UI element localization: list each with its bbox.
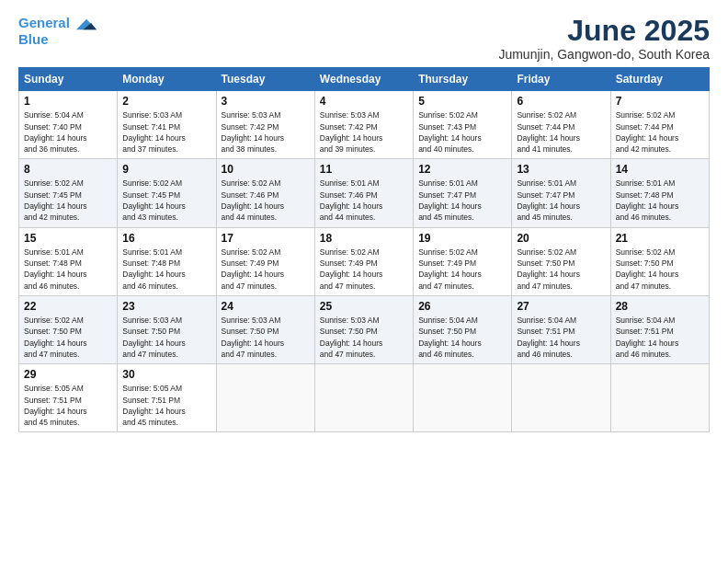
table-row: 7 Sunrise: 5:02 AMSunset: 7:44 PMDayligh… <box>610 91 709 159</box>
logo-icon <box>76 17 97 31</box>
table-row: 30 Sunrise: 5:05 AMSunset: 7:51 PMDaylig… <box>118 364 216 432</box>
table-row: 3 Sunrise: 5:03 AMSunset: 7:42 PMDayligh… <box>216 91 314 159</box>
table-row <box>512 364 610 432</box>
table-row: 27 Sunrise: 5:04 AMSunset: 7:51 PMDaylig… <box>512 295 610 363</box>
table-row <box>610 364 709 432</box>
col-tuesday: Tuesday <box>216 68 314 91</box>
col-friday: Friday <box>512 68 610 91</box>
table-row: 8 Sunrise: 5:02 AMSunset: 7:45 PMDayligh… <box>19 159 118 227</box>
table-row: 6 Sunrise: 5:02 AMSunset: 7:44 PMDayligh… <box>512 91 610 159</box>
table-row: 5 Sunrise: 5:02 AMSunset: 7:43 PMDayligh… <box>414 91 512 159</box>
table-row: 16 Sunrise: 5:01 AMSunset: 7:48 PMDaylig… <box>118 227 216 295</box>
table-row: 1 Sunrise: 5:04 AMSunset: 7:40 PMDayligh… <box>19 91 118 159</box>
table-row: 14 Sunrise: 5:01 AMSunset: 7:48 PMDaylig… <box>610 159 709 227</box>
table-row: 4 Sunrise: 5:03 AMSunset: 7:42 PMDayligh… <box>314 91 413 159</box>
table-row: 13 Sunrise: 5:01 AMSunset: 7:47 PMDaylig… <box>512 159 610 227</box>
table-row: 10 Sunrise: 5:02 AMSunset: 7:46 PMDaylig… <box>216 159 314 227</box>
table-row: 28 Sunrise: 5:04 AMSunset: 7:51 PMDaylig… <box>610 295 709 363</box>
table-row: 21 Sunrise: 5:02 AMSunset: 7:50 PMDaylig… <box>610 227 709 295</box>
table-row: 25 Sunrise: 5:03 AMSunset: 7:50 PMDaylig… <box>314 295 413 363</box>
col-monday: Monday <box>118 68 216 91</box>
header: General Blue June 2025 Jumunjin, Gangwon… <box>18 15 710 62</box>
title-block: June 2025 Jumunjin, Gangwon-do, South Ko… <box>498 15 710 62</box>
table-row: 26 Sunrise: 5:04 AMSunset: 7:50 PMDaylig… <box>414 295 512 363</box>
table-row: 22 Sunrise: 5:02 AMSunset: 7:50 PMDaylig… <box>19 295 118 363</box>
table-row: 20 Sunrise: 5:02 AMSunset: 7:50 PMDaylig… <box>512 227 610 295</box>
table-row: 24 Sunrise: 5:03 AMSunset: 7:50 PMDaylig… <box>216 295 314 363</box>
logo-line2: Blue <box>18 31 49 47</box>
table-row: 11 Sunrise: 5:01 AMSunset: 7:46 PMDaylig… <box>314 159 413 227</box>
logo: General Blue <box>18 15 97 48</box>
table-row: 12 Sunrise: 5:01 AMSunset: 7:47 PMDaylig… <box>414 159 512 227</box>
table-row: 29 Sunrise: 5:05 AMSunset: 7:51 PMDaylig… <box>19 364 118 432</box>
col-wednesday: Wednesday <box>314 68 413 91</box>
table-row <box>314 364 413 432</box>
logo-text-block: General Blue <box>18 15 97 48</box>
calendar-header-row: Sunday Monday Tuesday Wednesday Thursday… <box>19 68 710 91</box>
table-row <box>216 364 314 432</box>
table-row: 17 Sunrise: 5:02 AMSunset: 7:49 PMDaylig… <box>216 227 314 295</box>
col-thursday: Thursday <box>414 68 512 91</box>
table-row: 9 Sunrise: 5:02 AMSunset: 7:45 PMDayligh… <box>118 159 216 227</box>
table-row: 2 Sunrise: 5:03 AMSunset: 7:41 PMDayligh… <box>118 91 216 159</box>
page: General Blue June 2025 Jumunjin, Gangwon… <box>0 0 728 563</box>
location: Jumunjin, Gangwon-do, South Korea <box>498 47 710 62</box>
logo-line1: General <box>18 15 70 30</box>
table-row: 19 Sunrise: 5:02 AMSunset: 7:49 PMDaylig… <box>414 227 512 295</box>
table-row: 23 Sunrise: 5:03 AMSunset: 7:50 PMDaylig… <box>118 295 216 363</box>
table-row: 18 Sunrise: 5:02 AMSunset: 7:49 PMDaylig… <box>314 227 413 295</box>
col-sunday: Sunday <box>19 68 118 91</box>
table-row: 15 Sunrise: 5:01 AMSunset: 7:48 PMDaylig… <box>19 227 118 295</box>
table-row <box>414 364 512 432</box>
calendar-table: Sunday Monday Tuesday Wednesday Thursday… <box>18 67 710 432</box>
month-title: June 2025 <box>498 15 710 47</box>
col-saturday: Saturday <box>610 68 709 91</box>
